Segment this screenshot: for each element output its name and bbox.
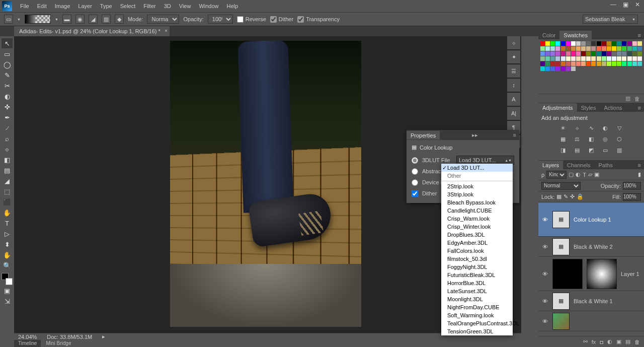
filter-type-icon[interactable]: T: [583, 172, 586, 178]
new-swatch-icon[interactable]: ▥: [625, 95, 630, 102]
transparency-checkbox[interactable]: Transparency: [297, 16, 340, 23]
abstract-radio[interactable]: [412, 168, 418, 175]
swatch[interactable]: [607, 41, 611, 46]
swatch[interactable]: [627, 61, 632, 66]
channel-mixer-icon[interactable]: ⬡: [615, 135, 624, 143]
tab-timeline[interactable]: Timeline: [14, 340, 41, 347]
swatch[interactable]: [576, 41, 581, 46]
swatch[interactable]: [586, 56, 591, 61]
menu-image[interactable]: Image: [51, 1, 74, 11]
panel-menu-icon[interactable]: ≡: [635, 161, 644, 169]
swatch[interactable]: [602, 46, 606, 51]
swatch[interactable]: [632, 51, 637, 56]
swatch[interactable]: [637, 41, 642, 46]
layer-filter-select[interactable]: Kind: [546, 171, 567, 179]
tab-styles[interactable]: Styles: [577, 103, 600, 112]
swatch[interactable]: [602, 51, 606, 56]
swatch[interactable]: [632, 41, 637, 46]
lut-item[interactable]: 2Strip.look: [441, 182, 513, 190]
swatch[interactable]: [571, 61, 576, 66]
hue-icon[interactable]: ▦: [558, 135, 568, 143]
swatch[interactable]: [545, 66, 550, 71]
tool-8[interactable]: ⟋: [2, 123, 13, 133]
menu-3d[interactable]: 3D: [160, 1, 175, 11]
swatch[interactable]: [571, 66, 576, 71]
lut-item[interactable]: Other: [441, 172, 513, 180]
swatch[interactable]: [576, 51, 581, 56]
swatch[interactable]: [627, 41, 632, 46]
tool-6[interactable]: ✜: [2, 102, 13, 112]
lut-item[interactable]: filmstock_50.3dl: [441, 255, 513, 263]
swatch[interactable]: [540, 56, 545, 61]
new-layer-icon[interactable]: ▤: [625, 338, 630, 345]
posterize-icon[interactable]: ▤: [573, 146, 582, 154]
adj-thumb[interactable]: ▦: [552, 238, 570, 255]
menu-view[interactable]: View: [175, 1, 195, 11]
lock-pos-icon[interactable]: ✜: [570, 193, 575, 200]
tool-21[interactable]: 🔍: [2, 260, 13, 270]
gradient-preview[interactable]: [25, 15, 51, 24]
swatch[interactable]: [622, 51, 626, 56]
layer-name[interactable]: Layer 1: [621, 271, 641, 277]
swatch[interactable]: [622, 41, 626, 46]
swatch[interactable]: [581, 61, 586, 66]
lut-item[interactable]: Bleach Bypass.look: [441, 198, 513, 206]
invert-icon[interactable]: ◨: [558, 146, 568, 154]
swatch[interactable]: [561, 61, 566, 66]
blend-mode-select[interactable]: Normal: [147, 15, 179, 24]
cbalance-icon[interactable]: ⚖: [573, 135, 582, 143]
gradient-map-icon[interactable]: ▭: [601, 146, 610, 154]
menu-window[interactable]: Window: [195, 1, 222, 11]
tool-10[interactable]: ⟐: [2, 144, 13, 154]
swatch[interactable]: [612, 56, 616, 61]
swatch[interactable]: [540, 46, 545, 51]
tool-preset-icon[interactable]: ▭: [4, 15, 13, 24]
close-tab-icon[interactable]: ×: [165, 28, 168, 33]
swatch[interactable]: [627, 51, 632, 56]
close-button[interactable]: ✕: [634, 1, 641, 8]
maximize-button[interactable]: ▣: [622, 1, 629, 8]
tab-adjustments[interactable]: Adjustments: [538, 103, 577, 112]
swatch[interactable]: [612, 41, 616, 46]
swatch[interactable]: [591, 56, 596, 61]
menu-help[interactable]: Help: [223, 1, 243, 11]
lut-item[interactable]: TensionGreen.3DL: [441, 327, 513, 335]
gradient-linear-icon[interactable]: ▬: [62, 15, 71, 24]
tool-11[interactable]: ◧: [2, 155, 13, 165]
swatch[interactable]: [550, 61, 555, 66]
bw-icon[interactable]: ◧: [587, 135, 596, 143]
swatch[interactable]: [566, 56, 571, 61]
tool-9[interactable]: ⌕: [2, 133, 13, 144]
swatch[interactable]: [586, 61, 591, 66]
swatch[interactable]: [555, 61, 560, 66]
swatch[interactable]: [602, 41, 606, 46]
lut-item[interactable]: Moonlight.3DL: [441, 295, 513, 303]
swatch[interactable]: [545, 46, 550, 51]
lock-trans-icon[interactable]: ▦: [556, 193, 561, 200]
swatch[interactable]: [607, 61, 611, 66]
layer-name[interactable]: Black & White 1: [574, 298, 641, 304]
swatch[interactable]: [602, 56, 606, 61]
swatch[interactable]: [637, 56, 642, 61]
swatch[interactable]: [561, 56, 566, 61]
swatch[interactable]: [566, 46, 571, 51]
swatch[interactable]: [545, 61, 550, 66]
visibility-icon[interactable]: 👁: [541, 298, 548, 304]
swatch[interactable]: [561, 51, 566, 56]
swatch[interactable]: [581, 41, 586, 46]
lock-all-icon[interactable]: 🔒: [577, 193, 584, 200]
filter-pixel-icon[interactable]: ▢: [569, 171, 574, 178]
tool-7[interactable]: ✒: [2, 112, 13, 122]
swatch[interactable]: [571, 56, 576, 61]
swatch[interactable]: [561, 46, 566, 51]
lut-item[interactable]: EdgyAmber.3DL: [441, 239, 513, 247]
layer-blend-select[interactable]: Normal: [541, 182, 581, 190]
adj-thumb[interactable]: ▦: [552, 211, 570, 228]
swatch[interactable]: [566, 41, 571, 46]
navigator-icon[interactable]: ☰: [507, 64, 520, 78]
tool-5[interactable]: ◐: [2, 91, 13, 101]
mask-thumb[interactable]: [587, 259, 617, 289]
doc-size[interactable]: Doc: 33.8M/53.1M: [47, 334, 92, 340]
opacity-select[interactable]: 100%: [208, 15, 233, 24]
lut-item[interactable]: Soft_Warming.look: [441, 311, 513, 319]
